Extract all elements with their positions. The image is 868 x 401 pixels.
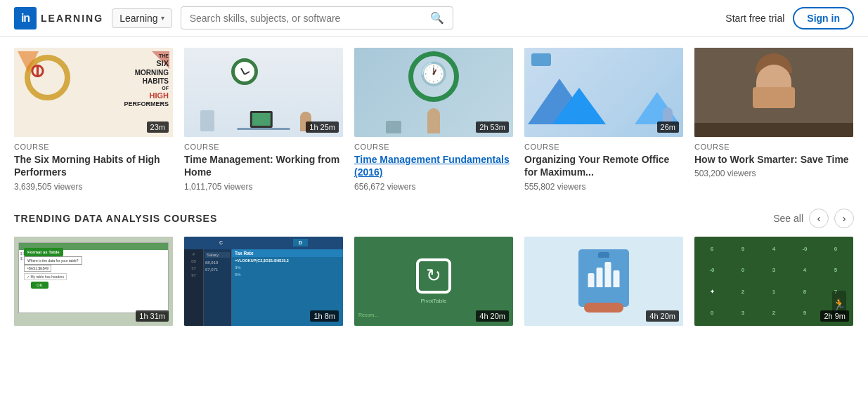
start-trial-link[interactable]: Start free trial xyxy=(725,13,784,24)
featured-courses-grid: ⊘ THE SIX MORNING HABITS OF HIGH xyxy=(14,48,854,192)
course-title-1: Time Management: Working from Home xyxy=(184,153,343,178)
course-card-4[interactable]: COURSE How to Work Smarter: Save Time 50… xyxy=(694,48,853,192)
course-viewers-2: 656,672 viewers xyxy=(354,182,513,192)
da-course-thumb-1: CD #003797 Salary 68,91997,071 Tax Rate … xyxy=(184,237,343,326)
dropdown-label: Learning xyxy=(119,13,158,24)
course-card-1[interactable]: 1h 25m COURSE Time Management: Working f… xyxy=(184,48,343,192)
da-course-thumb-0: $ 554$ 142 Format as Table Where is the … xyxy=(14,237,173,326)
da-course-thumb-3: 4h 20m xyxy=(524,237,683,326)
course-title-3: Organizing Your Remote Office for Maximu… xyxy=(524,153,683,178)
course-viewers-1: 1,011,705 viewers xyxy=(184,182,343,192)
da-duration-badge-4: 2h 9m xyxy=(820,310,849,322)
logo-link[interactable]: in LEARNING xyxy=(14,7,103,29)
section-controls: See all ‹ › xyxy=(773,209,854,228)
da-course-thumb-2: ↻ PivotTable Recom... 4h 20m xyxy=(354,237,513,326)
search-bar: 🔍 xyxy=(181,6,454,29)
da-duration-badge-3: 4h 20m xyxy=(646,310,679,322)
da-duration-badge-0: 1h 31m xyxy=(136,310,169,322)
duration-badge-1: 1h 25m xyxy=(306,121,339,133)
course-thumb-3: 26m xyxy=(524,48,683,137)
da-course-card-3[interactable]: 4h 20m xyxy=(524,237,683,331)
da-duration-badge-1: 1h 8m xyxy=(310,310,339,322)
course-title-4: How to Work Smarter: Save Time xyxy=(694,153,853,166)
course-thumb-2: 🕐 2h 53m xyxy=(354,48,513,137)
course-type-4: COURSE xyxy=(694,143,853,151)
site-header: in LEARNING Learning ▾ 🔍 Start free tria… xyxy=(0,0,868,37)
course-thumb-4 xyxy=(694,48,853,137)
learning-logo-text: LEARNING xyxy=(41,13,103,24)
course-viewers-4: 503,200 viewers xyxy=(694,169,853,178)
svg-marker-0 xyxy=(18,51,39,72)
search-icon[interactable]: 🔍 xyxy=(430,11,444,25)
next-arrow-button[interactable]: › xyxy=(834,209,854,228)
da-course-card-0[interactable]: $ 554$ 142 Format as Table Where is the … xyxy=(14,237,173,331)
prev-arrow-button[interactable]: ‹ xyxy=(809,209,829,228)
da-course-card-4[interactable]: 6 9 4 -0 0 -0 0 3 4 5 ✦ 2 1 8 7 xyxy=(694,237,853,331)
course-type-0: COURSE xyxy=(14,143,173,151)
course-card-3[interactable]: 26m COURSE Organizing Your Remote Office… xyxy=(524,48,683,192)
da-course-card-1[interactable]: CD #003797 Salary 68,91997,071 Tax Rate … xyxy=(184,237,343,331)
trending-courses-grid: $ 554$ 142 Format as Table Where is the … xyxy=(14,237,854,331)
course-thumb-0: ⊘ THE SIX MORNING HABITS OF HIGH xyxy=(14,48,173,137)
see-all-link[interactable]: See all xyxy=(773,213,803,224)
da-course-thumb-4: 6 9 4 -0 0 -0 0 3 4 5 ✦ 2 1 8 7 xyxy=(694,237,853,326)
trending-section-header: TRENDING DATA ANALYSIS COURSES See all ‹… xyxy=(14,209,854,228)
linkedin-logo: in xyxy=(14,7,37,29)
search-input[interactable] xyxy=(190,13,431,24)
course-card-2[interactable]: 🕐 2h 53m COURSE Time Management Fundamen… xyxy=(354,48,513,192)
da-duration-badge-2: 4h 20m xyxy=(476,310,509,322)
course-type-2: COURSE xyxy=(354,143,513,151)
course-type-3: COURSE xyxy=(524,143,683,151)
main-content: ⊘ THE SIX MORNING HABITS OF HIGH xyxy=(0,37,868,343)
course-title-0: The Six Morning Habits of High Performer… xyxy=(14,153,173,178)
chevron-down-icon: ▾ xyxy=(161,14,164,22)
course-viewers-3: 555,802 viewers xyxy=(524,182,683,192)
duration-badge-2: 2h 53m xyxy=(476,121,509,133)
course-title-2: Time Management Fundamentals (2016) xyxy=(354,153,513,178)
da-course-card-2[interactable]: ↻ PivotTable Recom... 4h 20m xyxy=(354,237,513,331)
course-card-0[interactable]: ⊘ THE SIX MORNING HABITS OF HIGH xyxy=(14,48,173,192)
course-viewers-0: 3,639,505 viewers xyxy=(14,182,173,192)
course-thumb-1: 1h 25m xyxy=(184,48,343,137)
category-dropdown[interactable]: Learning ▾ xyxy=(112,8,172,28)
duration-badge-0: 23m xyxy=(147,121,169,133)
duration-badge-3: 26m xyxy=(657,121,679,133)
course-type-1: COURSE xyxy=(184,143,343,151)
trending-section-title: TRENDING DATA ANALYSIS COURSES xyxy=(14,213,217,224)
sign-in-button[interactable]: Sign in xyxy=(793,7,854,29)
